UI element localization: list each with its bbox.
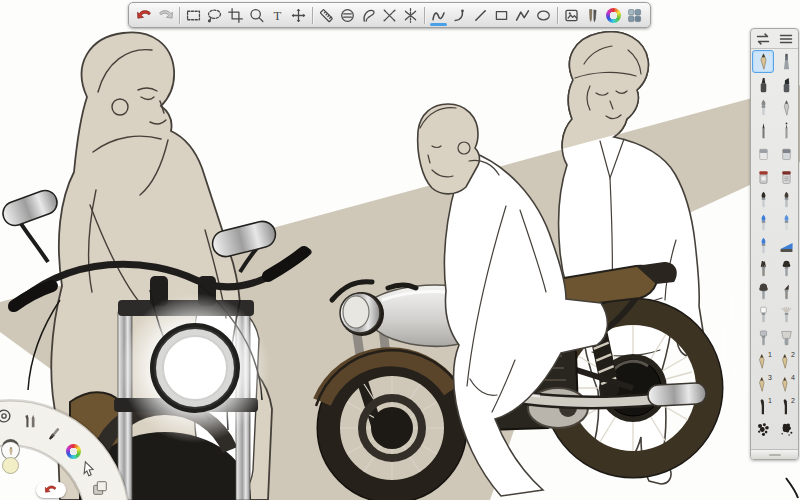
brush-number-label: 2 (791, 397, 795, 404)
brush-airbrush[interactable] (775, 50, 797, 73)
brush-ink-fine[interactable] (752, 188, 774, 211)
brush-technical-pen[interactable] (775, 119, 797, 142)
symmetry-x-icon (381, 7, 398, 24)
palette-menu-button[interactable] (776, 31, 796, 47)
brush-texture-splatter[interactable] (752, 418, 774, 441)
magnifier-icon (248, 7, 265, 24)
brush-fluffy-brush[interactable] (752, 280, 774, 303)
brush-marker[interactable] (752, 73, 774, 96)
paintbrush-icon (45, 425, 63, 443)
brush-hard-eraser[interactable] (775, 142, 797, 165)
brush-copic-pencil-1[interactable]: 1 (752, 349, 774, 372)
lagoon-brush-palette[interactable] (44, 424, 64, 444)
brush-copic-pencil-4[interactable]: 4 (775, 372, 797, 395)
brush-ballpoint[interactable] (752, 96, 774, 119)
angled-bristle-brush-icon (777, 282, 796, 301)
brush-bristle-small[interactable] (752, 257, 774, 280)
crop-icon (227, 7, 244, 24)
toolbar-separator (179, 7, 180, 24)
transform-tool[interactable] (288, 4, 309, 26)
brush-graphite[interactable] (775, 96, 797, 119)
smear-wedge-brush-icon (777, 236, 796, 255)
brush-soft-eraser[interactable] (752, 142, 774, 165)
paint-jar-brush-icon (754, 167, 773, 186)
french-curve-icon (360, 7, 377, 24)
zoom-tool[interactable] (246, 4, 267, 26)
draw-ellipse-tool[interactable] (533, 4, 554, 26)
color-editor-tool[interactable] (603, 4, 624, 26)
flat-white-brush-icon (754, 305, 773, 324)
brush-copic-pencil-3[interactable]: 3 (752, 372, 774, 395)
draw-rectangle-tool[interactable] (491, 4, 512, 26)
ruler-tool[interactable] (316, 4, 337, 26)
color-wheel-icon (66, 444, 81, 459)
interface-icon (626, 7, 643, 24)
lagoon-color-palette[interactable] (63, 441, 83, 461)
lagoon-brush-puck[interactable] (0, 406, 14, 426)
brush-glaze-jar[interactable] (775, 165, 797, 188)
splat-spray-brush-icon (777, 420, 796, 439)
french-curve-tool[interactable] (358, 4, 379, 26)
symmetry-y-icon (402, 7, 419, 24)
draw-polyline-tool[interactable] (512, 4, 533, 26)
brush-watercolor-soft[interactable] (775, 211, 797, 234)
main-toolbar: T (128, 2, 651, 28)
redo-tool[interactable] (155, 4, 176, 26)
brush-sets-toggle-button[interactable] (753, 31, 773, 47)
brush-splat-spray[interactable] (775, 418, 797, 441)
brush-palette-resize-handle[interactable] (751, 449, 798, 459)
brush-watercolor-round[interactable] (752, 211, 774, 234)
brush-fan-brush[interactable] (775, 303, 797, 326)
brush-smear-wedge[interactable] (775, 234, 797, 257)
polyline-icon (514, 7, 531, 24)
wide-flat-brush-icon (777, 328, 796, 347)
undo-tool[interactable] (134, 4, 155, 26)
lagoon-select[interactable] (79, 459, 99, 479)
draw-line-tool[interactable] (470, 4, 491, 26)
freeform-icon (430, 7, 447, 24)
toolbar-separator (424, 7, 425, 24)
brush-wide-flat[interactable] (775, 326, 797, 349)
text-tool[interactable]: T (267, 4, 288, 26)
brush-number-label: 2 (791, 351, 795, 358)
interface-editor-tool[interactable] (624, 4, 645, 26)
brush-flat-white[interactable] (752, 303, 774, 326)
crop-tool[interactable] (225, 4, 246, 26)
brush-angled-bristle[interactable] (775, 280, 797, 303)
stray-sketch-mark (786, 478, 798, 498)
brush-copic-pencil-2[interactable]: 2 (775, 349, 797, 372)
brush-number-label: 3 (768, 374, 772, 381)
brush-inking-brush-1[interactable]: 1 (752, 395, 774, 418)
import-image-tool[interactable] (561, 4, 582, 26)
lasso-select-tool[interactable] (204, 4, 225, 26)
layers-icon (91, 479, 109, 497)
steady-stroke-tool[interactable] (449, 4, 470, 26)
color-puck[interactable] (2, 457, 19, 474)
brush-fine-liner[interactable] (752, 119, 774, 142)
brush-flat-gray[interactable] (752, 326, 774, 349)
draw-freeform-tool[interactable] (428, 4, 449, 26)
brush-bristle-blob[interactable] (775, 257, 797, 280)
brush-wet-brush[interactable] (752, 234, 774, 257)
brush-inking-brush-2[interactable]: 2 (775, 395, 797, 418)
brush-number-label: 4 (791, 374, 795, 381)
corner-lagoon (0, 380, 150, 500)
brush-library-tool[interactable] (582, 4, 603, 26)
ellipse-guide-tool[interactable] (337, 4, 358, 26)
lagoon-undo-button[interactable] (36, 482, 66, 498)
flat-gray-brush-icon (754, 328, 773, 347)
fluffy-brush-brush-icon (754, 282, 773, 301)
symmetry-x-tool[interactable] (379, 4, 400, 26)
lagoon-ring[interactable] (0, 380, 150, 500)
lagoon-layers[interactable] (90, 478, 110, 498)
symmetry-y-tool[interactable] (400, 4, 421, 26)
brush-pencil[interactable] (752, 50, 774, 73)
brush-detail-brush[interactable] (775, 188, 797, 211)
brush-number-label: 1 (768, 397, 772, 404)
brush-paint-jar[interactable] (752, 165, 774, 188)
swap-arrows-icon (753, 29, 773, 49)
lagoon-tools[interactable] (20, 411, 40, 431)
rect-select-tool[interactable] (183, 4, 204, 26)
brush-chisel-marker[interactable] (775, 73, 797, 96)
wet-brush-brush-icon (754, 236, 773, 255)
